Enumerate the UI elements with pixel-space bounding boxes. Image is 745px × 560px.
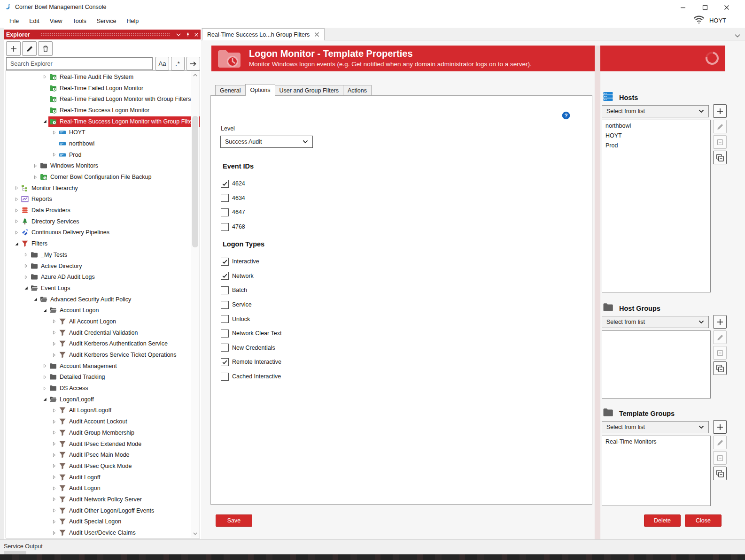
tree-item[interactable]: Real-Time Success Logon Monitor (6, 105, 192, 116)
checkbox[interactable] (221, 180, 229, 188)
tree-item[interactable]: DS Access (6, 383, 192, 394)
minimize-button[interactable] (675, 2, 691, 13)
scroll-up-icon[interactable] (191, 71, 199, 79)
chevron-down-icon[interactable] (175, 31, 182, 38)
expander-icon[interactable] (50, 451, 58, 459)
expander-icon[interactable] (50, 518, 58, 525)
checkbox[interactable] (221, 208, 229, 216)
document-tab[interactable]: Real-Time Success Lo...h Group Filters (202, 28, 325, 40)
delete-template-button[interactable]: Delete (644, 514, 681, 527)
tree-scrollbar[interactable] (191, 71, 199, 537)
expander-icon[interactable] (13, 229, 20, 236)
tree-item[interactable]: northbowl (6, 138, 192, 149)
panel-splitter[interactable] (595, 46, 600, 539)
tree-item[interactable]: Real-Time Failed Logon Monitor (6, 83, 192, 94)
expander-icon[interactable] (50, 318, 58, 325)
edit-template-group-button[interactable] (713, 436, 727, 449)
expander-icon[interactable] (50, 484, 58, 492)
checkbox[interactable] (221, 258, 229, 266)
maximize-button[interactable] (697, 2, 713, 13)
tree-item[interactable]: Windows Monitors (6, 161, 192, 172)
list-item[interactable]: Real-Time Monitors (602, 436, 710, 446)
checkbox[interactable] (221, 272, 229, 280)
tree-item[interactable]: Audit Logon (6, 483, 192, 494)
close-button[interactable] (719, 2, 735, 13)
expander-icon[interactable] (50, 462, 58, 470)
expander-icon[interactable] (50, 340, 58, 347)
tree-item[interactable]: Active Directory (6, 261, 192, 272)
remove-host-button[interactable] (713, 135, 727, 149)
expander-icon[interactable] (41, 396, 48, 403)
expander-icon[interactable] (50, 151, 58, 159)
expander-icon[interactable] (41, 362, 48, 370)
tree-item[interactable]: Audit Kerberos Service Ticket Operations (6, 349, 192, 361)
checkbox[interactable] (221, 301, 229, 309)
close-panel-icon[interactable] (193, 31, 200, 38)
tree-item[interactable]: Detailed Tracking (6, 372, 192, 383)
tree-item[interactable]: Audit IPsec Quick Mode (6, 460, 192, 472)
checkbox[interactable] (221, 315, 229, 323)
menu-view[interactable]: View (45, 15, 68, 27)
list-item[interactable]: Prod (602, 140, 710, 150)
tree-item[interactable]: Audit Kerberos Authentication Service (6, 338, 192, 350)
expander-icon[interactable] (50, 507, 58, 514)
expander-icon[interactable] (22, 251, 30, 259)
menu-edit[interactable]: Edit (24, 15, 45, 27)
scrollbar-thumb[interactable] (192, 116, 198, 247)
checkbox[interactable] (221, 330, 229, 338)
tree-item[interactable]: Filters (6, 238, 192, 249)
tree-item[interactable]: Corner Bowl Configuration File Backup (6, 171, 192, 183)
tree-item[interactable]: Audit Account Lockout (6, 416, 192, 427)
match-case-button[interactable]: Aa (155, 57, 169, 70)
help-icon[interactable]: ? (562, 111, 570, 120)
list-item[interactable]: northbowl (602, 120, 710, 130)
tree-item[interactable]: Continuous Delivery Pipelines (6, 227, 192, 238)
expander-icon[interactable] (22, 284, 30, 292)
add-button[interactable] (6, 41, 21, 56)
tree-item[interactable]: Audit User/Device Claims (6, 527, 192, 538)
save-button[interactable]: Save (216, 514, 252, 527)
menu-service[interactable]: Service (92, 15, 122, 27)
expander-icon[interactable] (50, 329, 58, 337)
expander-icon[interactable] (13, 195, 20, 203)
expander-icon[interactable] (50, 407, 58, 414)
expander-icon[interactable] (50, 418, 58, 425)
expander-icon[interactable] (41, 307, 48, 314)
expander-icon[interactable] (50, 474, 58, 481)
tree-item[interactable]: Audit Credential Validation (6, 327, 192, 338)
expander-icon[interactable] (41, 118, 48, 125)
expander-icon[interactable] (41, 373, 48, 381)
tree-item[interactable]: Directory Services (6, 216, 192, 227)
checkbox[interactable] (221, 344, 229, 352)
host-groups-select[interactable]: Select from list (602, 316, 709, 328)
tree-item[interactable]: HOYT (6, 127, 192, 138)
menu-tools[interactable]: Tools (68, 15, 92, 27)
edit-host-group-button[interactable] (713, 330, 727, 344)
tree-item[interactable]: Monitor Hierarchy (6, 183, 192, 194)
expander-icon[interactable] (13, 218, 20, 225)
tree-item[interactable]: Audit Other Logon/Logoff Events (6, 505, 192, 516)
tree-item[interactable]: Audit IPsec Extended Mode (6, 438, 192, 450)
remove-host-group-button[interactable] (713, 346, 727, 360)
tree-item[interactable]: Azure AD Audit Logs (6, 271, 192, 283)
template-groups-select[interactable]: Select from list (602, 421, 709, 433)
menu-file[interactable]: File (4, 15, 24, 27)
checkbox[interactable] (221, 358, 229, 366)
expander-icon[interactable] (41, 384, 48, 392)
tree-item[interactable]: _My Tests (6, 249, 192, 261)
expander-icon[interactable] (22, 262, 30, 270)
copy-template-groups-button[interactable] (713, 467, 727, 480)
remove-template-group-button[interactable] (713, 451, 727, 465)
expander-icon[interactable] (31, 173, 39, 181)
scroll-down-icon[interactable] (191, 530, 199, 537)
tab-list-chevron-icon[interactable] (735, 31, 740, 36)
tree-item[interactable]: Audit Logoff (6, 472, 192, 483)
tree-item[interactable]: Audit Network Policy Server (6, 494, 192, 505)
hosts-select[interactable]: Select from list (602, 105, 709, 117)
menu-help[interactable]: Help (121, 15, 144, 27)
tree-item[interactable]: Audit Group Membership (6, 427, 192, 438)
tab-options[interactable]: Options (245, 84, 275, 96)
level-select[interactable]: Success Audit (220, 136, 313, 148)
list-item[interactable]: HOYT (602, 130, 710, 140)
tree-item[interactable]: Account Management (6, 361, 192, 372)
